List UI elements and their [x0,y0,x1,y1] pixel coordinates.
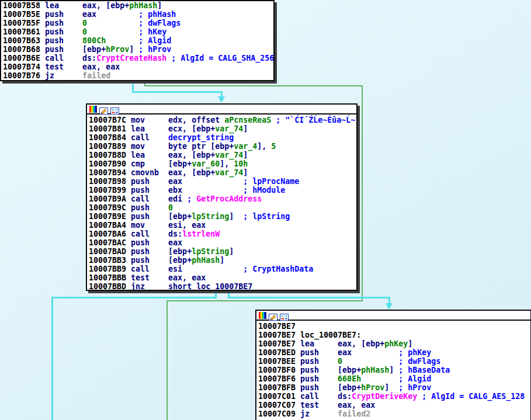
code-line[interactable]: 10007B58 lea eax, [ebp+phHash] [3,1,273,10]
code-line[interactable]: 10007C07 test eax, eax [258,401,530,409]
basic-block-10007B7C[interactable]: 10007B7C mov edx, offset aPcnseReaS ; "`… [86,103,358,291]
code-line[interactable]: 10007B81 lea ecx, [ebp+var_74] [89,124,356,133]
code-line[interactable]: 10007BED push eax ; phKey [258,348,530,357]
code-line[interactable]: 10007BFB push [ebp+hProv] ; hProv [258,383,530,392]
flow-edge-segment [166,300,168,420]
code-line[interactable]: 10007B9E push [ebp+lpString] ; lpString [89,212,356,221]
code-line[interactable]: 10007B90 cmp [ebp+var_60], 10h [89,159,356,168]
frame-icon[interactable] [280,312,289,319]
flow-edge-segment [166,300,363,301]
code-line[interactable]: 10007B68 push [ebp+hProv] ; hProv [3,45,273,54]
code-line[interactable]: 10007BBB test eax, eax [89,273,356,282]
basic-block-10007BE7[interactable]: 10007BE710007BE7 loc_10007BE7:10007BE7 l… [255,310,531,420]
basic-block-10007B58[interactable]: 10007B58 lea eax, [ebp+phHash]10007B5E p… [0,0,275,81]
code-line[interactable]: 10007BAD push [ebp+lpString] [89,247,356,256]
code-line[interactable]: 10007B5E push eax ; phHash [3,10,273,19]
code-line[interactable]: 10007BBD jnz short loc_10007BE7 [89,282,356,291]
code-line[interactable]: 10007B5F push 0 ; dwFlags [3,19,273,27]
code-line[interactable]: 10007B8D lea eax, [ebp+var_74] [89,151,356,159]
code-line[interactable]: 10007BB3 push [ebp+phHash] [89,256,356,265]
code-line[interactable]: 10007BF6 push 660Eh ; Algid [258,374,530,383]
flow-edge-segment [51,297,217,298]
code-line[interactable]: 10007BB9 call esi ; CryptHashData [89,265,356,273]
code-line[interactable]: 10007BA4 mov esi, eax [89,221,356,230]
disassembly-code: 10007B58 lea eax, [ebp+phHash]10007B5E p… [1,1,273,80]
flow-edge-segment [51,297,53,420]
code-line[interactable]: 10007B99 push ebx ; hModule [89,186,356,195]
disassembly-code: 10007BE710007BE7 loc_10007BE7:10007BE7 l… [256,321,530,418]
code-line[interactable]: 10007B61 push 0 ; hKey [3,27,273,36]
code-line[interactable]: 10007BEE push 0 ; dwFlags [258,357,530,366]
flow-edge-segment [144,85,363,86]
code-line[interactable]: 10007B94 cmovnb eax, [ebp+var_74] [89,168,356,177]
code-line[interactable]: 10007B6E call ds:CryptCreateHash ; AlgId… [3,54,273,63]
node-color-icon[interactable] [88,106,97,113]
edit-comment-icon[interactable] [99,106,108,113]
code-line[interactable]: 10007B98 push eax ; lpProcName [89,177,356,186]
disassembly-code: 10007B7C mov edx, offset aPcnseReaS ; "`… [87,114,356,291]
node-color-icon[interactable] [258,312,266,319]
code-line[interactable]: 10007B9A call edi ; GetProcAddress [89,195,356,203]
code-line[interactable]: 10007C09 jz failed2 [258,409,530,418]
code-line[interactable]: 10007B7C mov edx, offset aPcnseReaS ; "`… [89,116,356,124]
code-line[interactable]: 10007B76 jz failed [3,71,273,80]
code-line[interactable]: 10007BF0 push [ebp+phHash] ; hBaseData [258,366,530,374]
flow-edge-segment [132,91,223,93]
edit-comment-icon[interactable] [269,312,277,319]
graph-canvas[interactable]: 10007B58 lea eax, [ebp+phHash]10007B5E p… [0,0,531,420]
code-line[interactable]: 10007B89 mov byte ptr [ebp+var_4], 5 [89,142,356,151]
node-title-bar [87,105,356,114]
flow-arrowhead [218,96,225,103]
code-line[interactable]: 10007B84 call decrypt_string [89,133,356,142]
code-line[interactable]: 10007BA6 call ds:lstrlenW [89,230,356,238]
code-line[interactable]: 10007BAC push eax [89,238,356,247]
node-title-bar [256,311,530,321]
flow-edge-segment [362,85,363,301]
flow-arrowhead [386,303,393,310]
frame-icon[interactable] [110,106,119,113]
code-line[interactable]: 10007BE7 [258,322,530,331]
code-line[interactable]: 10007C01 call ds:CryptDeriveKey ; AlgId … [258,392,530,401]
flow-edge-segment [228,297,390,298]
code-line[interactable]: 10007B63 push 800Ch ; Algid [3,36,273,45]
flow-edge-segment [388,297,390,303]
code-line[interactable]: 10007B74 test eax, eax [3,63,273,71]
code-line[interactable]: 10007BE7 loc_10007BE7: [258,331,530,339]
code-line[interactable]: 10007B9C push 0 [89,203,356,212]
code-line[interactable]: 10007BE7 lea eax, [ebp+phKey] [258,339,530,348]
